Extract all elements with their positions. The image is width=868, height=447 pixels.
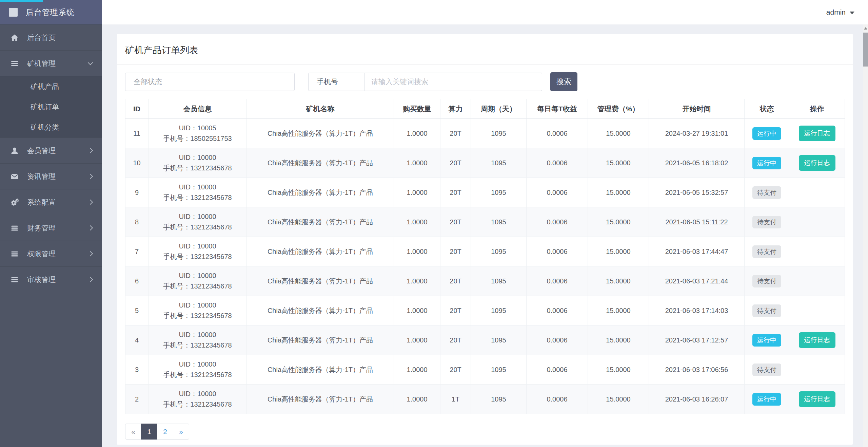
chevron-right-icon xyxy=(88,200,92,204)
sidebar-item-财务管理[interactable]: 财务管理 xyxy=(0,215,102,241)
hashrate: 20T xyxy=(440,237,471,266)
status-cell: 运行中 xyxy=(745,325,789,355)
hashrate: 20T xyxy=(440,148,471,178)
period-days: 1095 xyxy=(471,385,527,414)
start-time: 2021-06-03 17:44:47 xyxy=(649,237,745,266)
member-info: UID：10000手机号：13212345678 xyxy=(149,355,247,385)
purchase-quantity: 1.0000 xyxy=(394,325,440,355)
member-phone: 手机号：18502551753 xyxy=(149,133,246,144)
sidebar-item-后台首页[interactable]: 后台首页 xyxy=(0,24,102,50)
status-badge-pending: 待支付 xyxy=(752,245,781,258)
hashrate: 20T xyxy=(440,325,471,355)
member-uid: UID：10005 xyxy=(149,123,246,133)
member-uid: UID：10000 xyxy=(149,330,246,340)
sidebar-item-权限管理[interactable]: 权限管理 xyxy=(0,241,102,266)
sidebar-item-系统配置[interactable]: 系统配置 xyxy=(0,189,102,215)
envelope-icon xyxy=(9,172,20,181)
member-info: UID：10000手机号：13212345678 xyxy=(149,325,247,355)
hashrate: 20T xyxy=(440,355,471,385)
sidebar-item-label: 系统配置 xyxy=(27,198,56,207)
order-id: 6 xyxy=(125,266,149,296)
sidebar-subitem-矿机产品[interactable]: 矿机产品 xyxy=(0,76,102,97)
column-header: 操作 xyxy=(789,99,845,119)
column-header: 周期（天） xyxy=(471,99,527,119)
submenu-矿机管理: 矿机产品矿机订单矿机分类 xyxy=(0,76,102,137)
pagination-page-1[interactable]: 1 xyxy=(141,424,157,440)
scroll-up-icon[interactable] xyxy=(863,24,868,32)
chevron-down-icon xyxy=(88,62,92,64)
period-days: 1095 xyxy=(471,237,527,266)
action-cell xyxy=(789,178,845,207)
user-dropdown[interactable]: admin xyxy=(826,8,854,16)
member-uid: UID：10000 xyxy=(149,182,246,192)
app-logo-icon xyxy=(9,8,18,17)
daily-income: 0.0006 xyxy=(527,148,588,178)
card-divider xyxy=(117,64,853,65)
product-name: Chia高性能服务器（算力-1T）产品 xyxy=(247,296,394,325)
member-uid: UID：10000 xyxy=(149,300,246,311)
sidebar-subitem-矿机分类[interactable]: 矿机分类 xyxy=(0,117,102,137)
sidebar-item-矿机管理[interactable]: 矿机管理 xyxy=(0,50,102,76)
bars-icon xyxy=(9,275,20,284)
scrollbar-thumb[interactable] xyxy=(863,33,868,67)
status-select[interactable]: 全部状态 xyxy=(125,73,295,91)
screen: 后台管理系统 后台首页矿机管理矿机产品矿机订单矿机分类会员管理资讯管理系统配置财… xyxy=(0,0,868,447)
product-name: Chia高性能服务器（算力-1T）产品 xyxy=(247,355,394,385)
scrollbar[interactable] xyxy=(863,24,868,447)
run-log-button[interactable]: 运行日志 xyxy=(799,332,835,348)
action-cell: 运行日志 xyxy=(789,325,845,355)
sidebar-item-label: 审核管理 xyxy=(27,275,56,284)
sidebar-item-资讯管理[interactable]: 资讯管理 xyxy=(0,163,102,189)
product-name: Chia高性能服务器（算力-1T）产品 xyxy=(247,148,394,178)
member-uid: UID：10000 xyxy=(149,271,246,281)
purchase-quantity: 1.0000 xyxy=(394,355,440,385)
run-log-button[interactable]: 运行日志 xyxy=(799,391,835,407)
product-name: Chia高性能服务器（算力-1T）产品 xyxy=(247,266,394,296)
purchase-quantity: 1.0000 xyxy=(394,207,440,237)
purchase-quantity: 1.0000 xyxy=(394,237,440,266)
member-phone: 手机号：13212345678 xyxy=(149,252,246,262)
sidebar-item-审核管理[interactable]: 审核管理 xyxy=(0,266,102,292)
chevron-right-icon xyxy=(88,226,92,230)
sidebar-subitem-矿机订单[interactable]: 矿机订单 xyxy=(0,97,102,117)
member-phone: 手机号：13212345678 xyxy=(149,222,246,232)
search-button[interactable]: 搜索 xyxy=(550,72,577,91)
run-log-button[interactable]: 运行日志 xyxy=(799,155,835,171)
action-cell: 运行日志 xyxy=(789,119,845,148)
period-days: 1095 xyxy=(471,119,527,148)
hashrate: 20T xyxy=(440,178,471,207)
member-phone: 手机号：13212345678 xyxy=(149,281,246,292)
run-log-button[interactable]: 运行日志 xyxy=(799,126,835,141)
status-cell: 运行中 xyxy=(745,148,789,178)
table-row: 9UID：10000手机号：13212345678Chia高性能服务器（算力-1… xyxy=(125,178,845,207)
search-field-value: 手机号 xyxy=(317,77,338,87)
orders-table: ID会员信息矿机名称购买数量算力周期（天）每日每T收益管理费（%）开始时间状态操… xyxy=(125,99,845,414)
pagination-next[interactable]: » xyxy=(173,424,189,440)
status-cell: 待支付 xyxy=(745,266,789,296)
daily-income: 0.0006 xyxy=(527,325,588,355)
daily-income: 0.0006 xyxy=(527,119,588,148)
column-header: 算力 xyxy=(440,99,471,119)
column-header: 矿机名称 xyxy=(247,99,394,119)
table-row: 3UID：10000手机号：13212345678Chia高性能服务器（算力-1… xyxy=(125,355,845,385)
period-days: 1095 xyxy=(471,296,527,325)
start-time: 2021-06-03 17:14:03 xyxy=(649,296,745,325)
member-info: UID：10000手机号：13212345678 xyxy=(149,148,247,178)
search-field-select[interactable]: 手机号 xyxy=(308,73,364,91)
bars-icon xyxy=(9,59,20,68)
pagination-prev[interactable]: « xyxy=(125,424,141,440)
app-title: 后台管理系统 xyxy=(26,7,75,18)
start-time: 2021-06-03 16:26:07 xyxy=(649,385,745,414)
hashrate: 1T xyxy=(440,385,471,414)
table-row: 5UID：10000手机号：13212345678Chia高性能服务器（算力-1… xyxy=(125,296,845,325)
hashrate: 20T xyxy=(440,266,471,296)
sidebar-item-label: 权限管理 xyxy=(27,249,56,259)
daily-income: 0.0006 xyxy=(527,355,588,385)
sidebar-menu: 后台首页矿机管理矿机产品矿机订单矿机分类会员管理资讯管理系统配置财务管理权限管理… xyxy=(0,24,102,292)
pagination-page-2[interactable]: 2 xyxy=(157,424,173,440)
keyword-input[interactable] xyxy=(364,73,542,91)
action-cell xyxy=(789,296,845,325)
sidebar-item-会员管理[interactable]: 会员管理 xyxy=(0,137,102,163)
product-name: Chia高性能服务器（算力-1T）产品 xyxy=(247,178,394,207)
product-name: Chia高性能服务器（算力-1T）产品 xyxy=(247,207,394,237)
